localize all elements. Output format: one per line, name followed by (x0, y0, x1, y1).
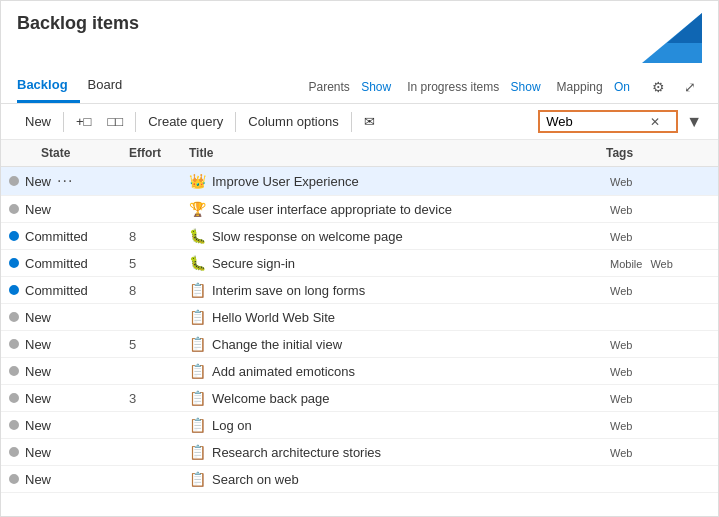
search-clear-icon[interactable]: ✕ (650, 115, 660, 129)
parents-label: Parents (308, 80, 349, 94)
state-cell-1: New (1, 196, 121, 223)
state-dot (9, 312, 19, 322)
effort-cell-8: 3 (121, 385, 181, 412)
work-item-icon: 👑 (189, 173, 206, 189)
title-cell-9[interactable]: 📋Log on (181, 412, 598, 439)
table-row[interactable]: New📋Add animated emoticonsWeb (1, 358, 718, 385)
title-cell-3[interactable]: 🐛Secure sign-in (181, 250, 598, 277)
column-options-button[interactable]: Column options (240, 110, 346, 133)
tag-item[interactable]: Web (606, 230, 636, 244)
tags-cell-7: Web (598, 358, 718, 385)
table-row[interactable]: New📋Log onWeb (1, 412, 718, 439)
header-right (622, 13, 702, 63)
more-options-icon[interactable]: ··· (57, 172, 73, 190)
collapse-button[interactable]: □□ (99, 110, 131, 133)
tag-item[interactable]: Web (606, 419, 636, 433)
table-row[interactable]: New📋Research architecture storiesWeb (1, 439, 718, 466)
toolbar-sep-1 (63, 112, 64, 132)
effort-cell-0 (121, 167, 181, 196)
fullscreen-icon[interactable]: ⤢ (678, 75, 702, 99)
tag-item[interactable]: Web (606, 175, 636, 189)
tag-item[interactable]: Web (606, 203, 636, 217)
tab-board[interactable]: Board (88, 71, 135, 103)
tag-item[interactable]: Web (606, 392, 636, 406)
title-cell-8[interactable]: 📋Welcome back page (181, 385, 598, 412)
title-cell-4[interactable]: 📋Interim save on long forms (181, 277, 598, 304)
col-header-state: State (1, 140, 121, 167)
work-item-icon: 📋 (189, 336, 206, 352)
state-label: New (25, 472, 51, 487)
table-row[interactable]: New···👑Improve User ExperienceWeb (1, 167, 718, 196)
title-cell-10[interactable]: 📋Research architecture stories (181, 439, 598, 466)
table-row[interactable]: New3📋Welcome back pageWeb (1, 385, 718, 412)
title-cell-11[interactable]: 📋Search on web (181, 466, 598, 493)
state-cell-11: New (1, 466, 121, 493)
work-item-icon: 📋 (189, 471, 206, 487)
work-item-title: Log on (212, 418, 252, 433)
tag-item[interactable]: Web (606, 338, 636, 352)
title-cell-2[interactable]: 🐛Slow response on welcome page (181, 223, 598, 250)
add-child-button[interactable]: +□ (68, 110, 99, 133)
state-dot (9, 258, 19, 268)
mapping-value[interactable]: On (614, 80, 630, 94)
search-input[interactable] (546, 114, 646, 129)
tags-cell-3: MobileWeb (598, 250, 718, 277)
table-row[interactable]: New🏆Scale user interface appropriate to … (1, 196, 718, 223)
tag-item[interactable]: Web (606, 365, 636, 379)
filter-icon[interactable]: ▼ (686, 113, 702, 131)
state-dot (9, 366, 19, 376)
nav-icons: ⚙ ⤢ (646, 75, 702, 99)
tags-cell-11 (598, 466, 718, 493)
table-row[interactable]: New📋Hello World Web Site (1, 304, 718, 331)
tags-cell-9: Web (598, 412, 718, 439)
table-row[interactable]: Committed8🐛Slow response on welcome page… (1, 223, 718, 250)
title-cell-7[interactable]: 📋Add animated emoticons (181, 358, 598, 385)
work-item-title: Secure sign-in (212, 256, 295, 271)
parents-value[interactable]: Show (361, 80, 391, 94)
title-cell-5[interactable]: 📋Hello World Web Site (181, 304, 598, 331)
effort-cell-2: 8 (121, 223, 181, 250)
state-cell-3: Committed (1, 250, 121, 277)
tag-item[interactable]: Web (606, 446, 636, 460)
state-cell-0: New··· (1, 167, 121, 196)
table-row[interactable]: Committed5🐛Secure sign-inMobileWeb (1, 250, 718, 277)
mapping-label: Mapping (557, 80, 603, 94)
work-item-icon: 🏆 (189, 201, 206, 217)
state-dot (9, 420, 19, 430)
work-item-title: Research architecture stories (212, 445, 381, 460)
email-button[interactable]: ✉ (356, 110, 383, 133)
tag-item[interactable]: Web (606, 284, 636, 298)
work-item-icon: 📋 (189, 444, 206, 460)
table-row[interactable]: New📋Search on web (1, 466, 718, 493)
state-dot (9, 176, 19, 186)
tag-item[interactable]: Web (646, 257, 676, 271)
title-cell-0[interactable]: 👑Improve User Experience (181, 167, 598, 196)
tag-item[interactable]: Mobile (606, 257, 646, 271)
col-header-tags: Tags (598, 140, 718, 167)
nav-tabs: Backlog Board (17, 71, 142, 103)
in-progress-value[interactable]: Show (511, 80, 541, 94)
title-cell-1[interactable]: 🏆Scale user interface appropriate to dev… (181, 196, 598, 223)
parents-control: Parents Show (308, 80, 391, 94)
work-item-icon: 🐛 (189, 255, 206, 271)
state-cell-9: New (1, 412, 121, 439)
create-query-button[interactable]: Create query (140, 110, 231, 133)
title-cell-6[interactable]: 📋Change the initial view (181, 331, 598, 358)
svg-marker-1 (667, 13, 702, 43)
header-left: Backlog items (17, 13, 139, 34)
state-dot (9, 339, 19, 349)
effort-cell-1 (121, 196, 181, 223)
backlog-table: State Effort Title Tags New···👑Improve U… (1, 140, 718, 493)
table-header: State Effort Title Tags (1, 140, 718, 167)
new-button[interactable]: New (17, 110, 59, 133)
state-cell-8: New (1, 385, 121, 412)
state-cell-5: New (1, 304, 121, 331)
state-cell-2: Committed (1, 223, 121, 250)
work-item-title: Welcome back page (212, 391, 330, 406)
tab-backlog[interactable]: Backlog (17, 71, 80, 103)
table-row[interactable]: New5📋Change the initial viewWeb (1, 331, 718, 358)
table-row[interactable]: Committed8📋Interim save on long formsWeb (1, 277, 718, 304)
col-header-effort: Effort (121, 140, 181, 167)
tags-cell-0: Web (598, 167, 718, 196)
settings-icon[interactable]: ⚙ (646, 75, 670, 99)
